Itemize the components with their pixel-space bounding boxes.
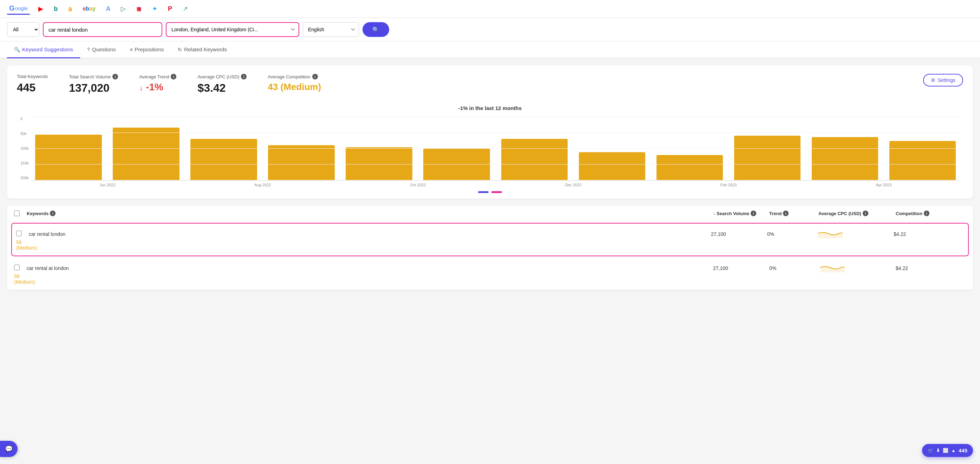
trend-col-label: Trend	[769, 211, 781, 216]
stat-average-cpc: Average CPC (USD) i $3.42	[197, 74, 247, 94]
engine-bar: G oogle ▶ b a ebay A ▷ ◼ ✦ P ↗	[0, 0, 980, 18]
x-label-feb2023: Feb 2023	[652, 183, 804, 187]
tab-related-keywords[interactable]: ↻ Related Keywords	[171, 41, 234, 58]
trend-arrow-icon: ↓	[139, 83, 143, 92]
row1-checkbox[interactable]	[16, 231, 22, 236]
chart-bar	[268, 145, 335, 180]
engine-amazon[interactable]: a	[66, 3, 74, 14]
engine-bing[interactable]: b	[52, 4, 60, 14]
engine-ebay[interactable]: ebay	[80, 4, 98, 13]
tab-navigation: 🔍 Keyword Suggestions ? Questions ≡ Prep…	[0, 41, 980, 58]
average-cpc-value: $3.42	[197, 81, 247, 94]
location-select[interactable]: London, England, United Kingdom (Ci...	[166, 22, 299, 37]
ebay-icon: ebay	[83, 6, 95, 12]
engine-playstore[interactable]: ▷	[119, 3, 128, 14]
col-trend-header: Trend i	[769, 210, 818, 216]
search-button[interactable]: 🔍	[363, 22, 389, 37]
chart-bars	[32, 117, 959, 181]
x-label-dec2022: Dec 2022	[497, 183, 649, 187]
row2-checkbox-cell	[14, 265, 27, 271]
col-avg-cpc-header: Average CPC (USD) i	[818, 210, 896, 216]
chart-bar	[579, 152, 646, 180]
average-trend-value: ↓ -1%	[139, 81, 176, 93]
chart-bar	[734, 136, 801, 180]
row2-keyword-cell: car rental at london	[27, 265, 713, 271]
google-icon: G	[9, 4, 15, 12]
engine-appstore[interactable]: A	[104, 4, 112, 14]
search-keyword-input[interactable]: car rental london	[43, 22, 162, 37]
competition-col-info-icon[interactable]: i	[924, 210, 929, 216]
search-volume-col-label: Search Volume	[717, 211, 749, 216]
trend-col-info-icon[interactable]: i	[783, 210, 789, 216]
tab-keyword-suggestions[interactable]: 🔍 Keyword Suggestions	[7, 41, 80, 58]
twitter-icon: ✦	[152, 5, 158, 13]
bar-group	[109, 117, 183, 180]
row2-cpc: $4.22	[896, 265, 908, 271]
col-search-volume-header[interactable]: ↓ Search Volume i	[713, 210, 769, 216]
total-search-volume-value: 137,020	[69, 81, 118, 94]
select-all-checkbox[interactable]	[14, 210, 20, 216]
row2-trend-chart	[818, 263, 846, 273]
search-icon: 🔍	[372, 26, 379, 33]
settings-button[interactable]: ⚙ Settings	[923, 74, 963, 86]
tab-prepositions[interactable]: ≡ Prepositions	[123, 41, 171, 58]
bar-group	[264, 117, 339, 180]
engine-instagram[interactable]: ◼	[134, 3, 144, 14]
row1-volume: 27,100	[711, 231, 726, 237]
table-row-2: car rental at london 27,100 0% $4.22 58 …	[7, 258, 973, 290]
x-label-oct2022: Oct 2022	[342, 183, 494, 187]
prepositions-icon: ≡	[130, 47, 132, 53]
language-select[interactable]: English	[303, 22, 359, 37]
youtube-icon: ▶	[38, 5, 43, 13]
row1-keyword-cell: car rental london	[29, 231, 711, 237]
chart-bar	[35, 135, 102, 180]
engine-twitter[interactable]: ✦	[150, 3, 159, 14]
y-label-100k: 100k	[21, 146, 29, 150]
chart-bar	[346, 147, 412, 180]
stat-total-keywords: Total Keywords 445	[17, 74, 48, 94]
row1-cpc-cell: $4.22	[894, 231, 964, 237]
main-content: Total Keywords 445 Total Search Volume i…	[0, 58, 980, 297]
row2-trend-cell: 0%	[769, 265, 818, 271]
stats-card: Total Keywords 445 Total Search Volume i…	[7, 65, 973, 199]
average-cpc-info-icon[interactable]: i	[241, 74, 247, 80]
row2-trend: 0%	[769, 265, 776, 271]
engine-pinterest[interactable]: P	[166, 4, 174, 14]
questions-icon: ?	[87, 47, 90, 53]
row1-competition: 58 (Medium)	[16, 239, 37, 250]
engine-google[interactable]: G oogle	[7, 3, 30, 15]
search-volume-col-info-icon[interactable]: i	[751, 210, 756, 216]
row1-trend: 0%	[767, 231, 774, 237]
bar-group	[886, 117, 959, 180]
average-competition-info-icon[interactable]: i	[312, 74, 318, 80]
search-type-select[interactable]: All Web Images News	[7, 22, 39, 37]
chart-area: -1% in the last 12 months 200k 150k 100k…	[17, 102, 963, 199]
bar-group	[652, 117, 727, 180]
bar-group	[342, 117, 416, 180]
keywords-col-info-icon[interactable]: i	[50, 210, 56, 216]
chart-bar	[423, 149, 490, 181]
engine-trends[interactable]: ↗	[181, 3, 190, 14]
chart-x-labels: Jun 2022 Aug 2022 Oct 2022 Dec 2022 Feb …	[32, 181, 959, 187]
trends-icon: ↗	[183, 5, 188, 13]
row1-volume-cell: 27,100	[711, 231, 767, 237]
tab-questions[interactable]: ? Questions	[80, 41, 123, 58]
avg-cpc-col-info-icon[interactable]: i	[863, 210, 868, 216]
bar-group	[575, 117, 649, 180]
col-keywords-header[interactable]: Keywords i	[27, 210, 713, 216]
playstore-icon: ▷	[121, 5, 126, 13]
row2-checkbox[interactable]	[14, 265, 20, 270]
total-search-volume-info-icon[interactable]: i	[112, 74, 118, 80]
search-row: All Web Images News car rental london Lo…	[0, 18, 980, 41]
average-trend-info-icon[interactable]: i	[171, 74, 176, 80]
pinterest-icon: P	[168, 5, 172, 13]
chart-title: -1% in the last 12 months	[17, 105, 963, 111]
total-keywords-label: Total Keywords	[17, 74, 48, 79]
tab-questions-label: Questions	[92, 46, 116, 53]
table-section: Keywords i ↓ Search Volume i Trend i Ave…	[7, 206, 973, 290]
chart-y-axis: 200k 150k 100k 50k 0	[21, 117, 29, 180]
row1-cpc: $4.22	[894, 231, 906, 237]
bar-group	[187, 117, 261, 180]
tab-related-keywords-label: Related Keywords	[184, 46, 227, 53]
engine-youtube[interactable]: ▶	[36, 3, 45, 14]
